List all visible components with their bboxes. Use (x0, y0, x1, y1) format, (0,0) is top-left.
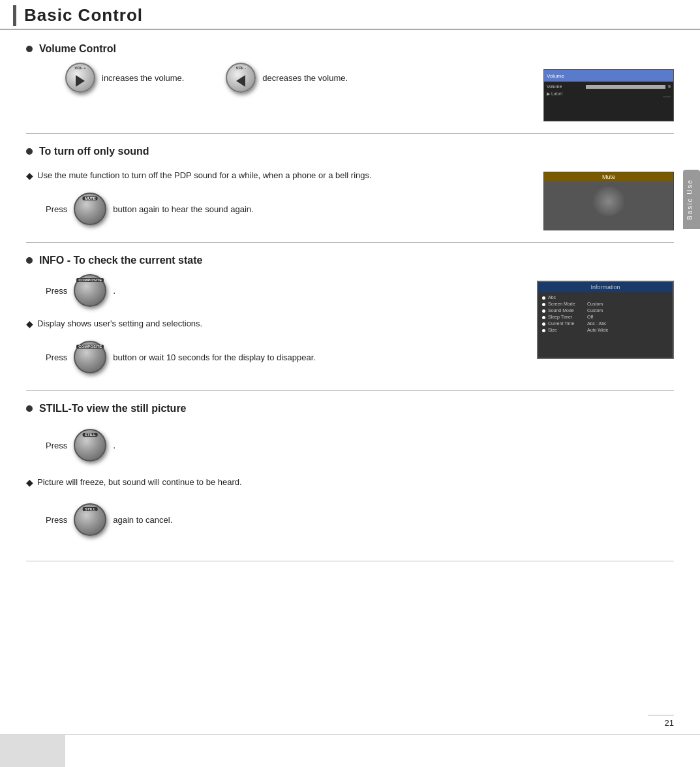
info-row-3: Sound Mode Custom (542, 308, 669, 313)
page-number: 21 (648, 715, 674, 728)
mute-press-desc: button again to hear the sound again. (113, 204, 253, 214)
vol-down-desc: decreases the volume. (262, 73, 348, 83)
divider-4 (26, 561, 674, 561)
press-text-still1: Press (46, 441, 67, 450)
info-dot: . (113, 285, 115, 296)
page-title: Basic Control (24, 5, 143, 26)
info-row-5: Current Time Abc : Abc (542, 321, 669, 326)
info-row-6: Size Auto Wide (542, 328, 669, 332)
info-press2-desc: button or wait 10 seconds for the displa… (113, 352, 316, 362)
still-button-2[interactable]: STILL (74, 503, 106, 536)
footer (0, 734, 700, 767)
still-dot: . (113, 440, 115, 450)
vol-up-desc: increases the volume. (102, 73, 184, 83)
divider-3 (26, 390, 674, 391)
info-note: ◆ Display shows user's setting and selec… (26, 319, 524, 329)
press-text-info2: Press (46, 352, 67, 362)
mute-note: ◆ Use the mute function to turn off the … (26, 170, 530, 181)
mute-heading: To turn off only sound (26, 146, 674, 157)
bullet-icon-3 (26, 257, 33, 264)
footer-right (65, 735, 700, 767)
side-tab: Basic Use (683, 170, 700, 229)
volume-control-heading: Volume Control (26, 43, 674, 55)
volume-screenshot: Volume Volume 9 ▶ Label ___ (543, 69, 674, 121)
press-text-info1: Press (46, 286, 67, 296)
still-heading: STILL-To view the still picture (26, 403, 674, 415)
arrow-left-icon (236, 75, 245, 87)
info-row-4: Sleep Timer Off (542, 315, 669, 319)
vol-up-button[interactable]: VOL + (65, 63, 95, 93)
mute-button[interactable]: MUTE (74, 193, 106, 225)
footer-left (0, 735, 65, 767)
info-screenshot: Information Abc Screen Mode Custom S (537, 281, 674, 359)
still-press2-desc: again to cancel. (113, 515, 172, 525)
info-row-1: Abc (542, 295, 669, 300)
bullet-icon-2 (26, 148, 33, 155)
arrow-right-icon (76, 75, 85, 87)
vol-down-button[interactable]: VOL - (226, 63, 256, 93)
press-text-still2: Press (46, 515, 67, 525)
bullet-icon (26, 46, 33, 52)
info-heading: INFO - To check the current state (26, 255, 674, 266)
divider-2 (26, 242, 674, 243)
info-row-2: Screen Mode Custom (542, 302, 669, 306)
still-button-1[interactable]: STILL (74, 429, 106, 462)
divider-1 (26, 133, 674, 134)
mute-thumb-icon (592, 187, 625, 216)
still-note: ◆ Picture will freeze, but sound will co… (26, 477, 674, 488)
bullet-icon-4 (26, 405, 33, 412)
info-button-2[interactable]: COMPOSITE (74, 341, 106, 373)
mute-screenshot: Mute (543, 172, 674, 230)
press-text-mute: Press (46, 204, 67, 214)
title-accent (13, 5, 16, 26)
info-button-1[interactable]: COMPOSITE (74, 274, 106, 307)
